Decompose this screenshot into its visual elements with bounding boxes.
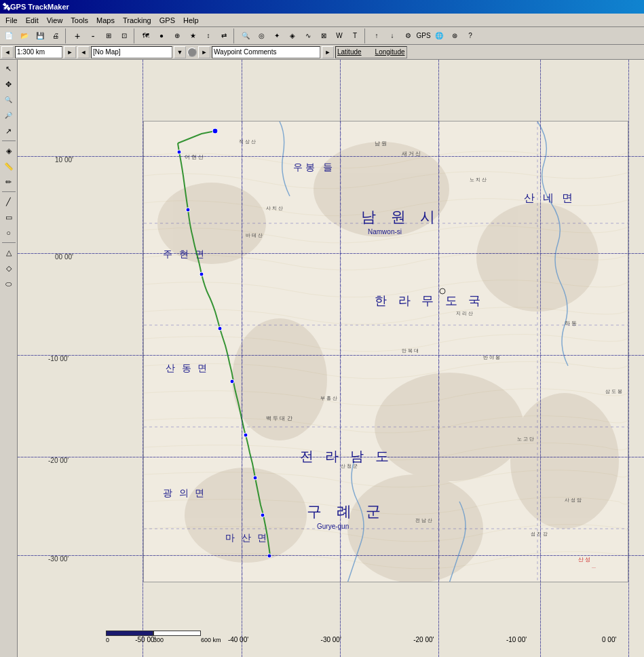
scale-up-btn[interactable]: ►: [64, 46, 76, 58]
tb5[interactable]: ↕: [201, 29, 216, 43]
topo-map[interactable]: 우봉 들 남 원 시 Namwon-si 산 네 면 주 현 면 한 라 무 도…: [143, 121, 628, 582]
scale-input[interactable]: [15, 46, 62, 58]
map-next-btn[interactable]: ▼: [174, 46, 186, 58]
scale-down-btn[interactable]: ◄: [1, 46, 14, 58]
tb18[interactable]: GPS: [416, 29, 431, 43]
svg-text:백 두 대 간: 백 두 대 간: [266, 415, 292, 421]
zoom-window-button[interactable]: ⊞: [101, 29, 116, 43]
tb13[interactable]: W: [332, 29, 347, 43]
tool-diamond[interactable]: ◇: [1, 261, 16, 276]
svg-point-7: [185, 468, 307, 563]
tb20[interactable]: ⊛: [447, 29, 462, 43]
svg-point-57: [253, 476, 257, 480]
title-icon: 🛰: [3, 3, 10, 11]
menu-maps[interactable]: Maps: [92, 15, 119, 26]
svg-text:부 흥 산: 부 흥 산: [320, 396, 337, 401]
tb9[interactable]: ✦: [269, 29, 284, 43]
svg-text:산 성: 산 성: [578, 557, 590, 563]
tool-zoom-out[interactable]: 🔎: [1, 108, 16, 123]
menu-view[interactable]: View: [43, 15, 67, 26]
svg-text:우봉 들: 우봉 들: [293, 162, 335, 172]
satellite-btn[interactable]: ●: [154, 29, 169, 43]
svg-text:남 원: 남 원: [375, 140, 387, 147]
tb12[interactable]: ⊠: [316, 29, 331, 43]
svg-point-6: [510, 393, 619, 529]
map-container[interactable]: 10 00' 00 00' -10 00' -20 00' -30 00': [18, 60, 644, 657]
coord-bot-4: -20 00': [377, 636, 470, 643]
tool-pointer[interactable]: ↗: [1, 124, 16, 138]
svg-point-55: [230, 379, 234, 383]
svg-text:Gurye-gun: Gurye-gun: [317, 523, 349, 530]
tb6[interactable]: ⇄: [216, 29, 231, 43]
menu-gps[interactable]: GPS: [155, 15, 179, 26]
waypoint-comments-input[interactable]: [212, 46, 320, 58]
menu-edit[interactable]: Edit: [22, 15, 43, 26]
new-button[interactable]: 📄: [1, 29, 16, 43]
map-name-input[interactable]: [91, 46, 172, 58]
coord-label-neg2000: -20 00': [48, 457, 69, 464]
tool-select[interactable]: ↖: [1, 61, 16, 76]
svg-text:산 동 면: 산 동 면: [166, 363, 209, 373]
tb19[interactable]: 🌐: [432, 29, 447, 43]
map-arrow-btn[interactable]: ►: [198, 46, 210, 58]
comments-btn[interactable]: ►: [322, 46, 334, 58]
map-dot-btn[interactable]: [187, 48, 197, 57]
coord-label-1000: 10 00': [55, 156, 73, 164]
tool-measure[interactable]: 📏: [1, 159, 16, 174]
map-prev-btn[interactable]: ◄: [77, 46, 90, 58]
tool-rect[interactable]: ▭: [1, 210, 16, 225]
grid-h-2: [18, 253, 644, 254]
tool-triangle[interactable]: △: [1, 245, 16, 260]
tb17[interactable]: ⚙: [400, 29, 415, 43]
tb10[interactable]: ◈: [285, 29, 300, 43]
svg-text:바 테 산: 바 테 산: [246, 233, 263, 238]
menu-help[interactable]: Help: [179, 15, 203, 26]
grid-v-4: [540, 60, 541, 657]
tb21[interactable]: ?: [463, 29, 478, 43]
save-button[interactable]: 💾: [33, 29, 48, 43]
grid-h-5: [18, 555, 644, 556]
menu-tools[interactable]: Tools: [67, 15, 92, 26]
tool-line[interactable]: ╱: [1, 194, 16, 209]
tool-zoom-in[interactable]: 🔍: [1, 92, 16, 107]
zoom-out-button[interactable]: -: [86, 29, 100, 43]
tb11[interactable]: ∿: [301, 29, 316, 43]
tb16[interactable]: ↓: [385, 29, 400, 43]
tool-hand[interactable]: ✥: [1, 77, 16, 92]
sep1: [65, 29, 68, 43]
lt-sep2: [2, 191, 16, 192]
tb4[interactable]: ★: [185, 29, 200, 43]
menu-file[interactable]: File: [1, 15, 22, 26]
svg-text:반 야 봉: 반 야 봉: [483, 355, 500, 360]
tb15[interactable]: ↑: [369, 29, 384, 43]
grid-h-4: [18, 457, 644, 457]
tb8[interactable]: ◎: [254, 29, 269, 43]
lt-sep3: [2, 242, 16, 243]
svg-point-59: [267, 554, 271, 558]
svg-text:사 성 암: 사 성 암: [565, 498, 582, 503]
print-button[interactable]: 🖨: [48, 29, 63, 43]
coord-bot-2: -40 00': [192, 636, 285, 643]
map-btn[interactable]: 🗺: [138, 29, 153, 43]
svg-text:전 라 남 도: 전 라 남 도: [300, 449, 393, 464]
zoom-fit-button[interactable]: ⊡: [117, 29, 132, 43]
svg-point-52: [186, 208, 190, 212]
svg-text:산 네 면: 산 네 면: [524, 192, 575, 204]
zoom-in-button[interactable]: +: [70, 29, 85, 43]
grid-v-2: [340, 60, 341, 657]
tool-waypoint[interactable]: ◈: [1, 143, 16, 158]
menu-tracking[interactable]: Tracking: [119, 15, 155, 26]
svg-text:전 남 산: 전 남 산: [415, 518, 432, 523]
tb3[interactable]: ⊕: [170, 29, 185, 43]
secondary-toolbar: ◄ ► ◄ ▼ ► ► Latitude Longitude: [0, 45, 644, 60]
left-toolbar: ↖ ✥ 🔍 🔎 ↗ ◈ 📏 ✏ ╱ ▭ ○ △ ◇ ⬭: [0, 60, 18, 657]
tb7[interactable]: 🔍: [238, 29, 253, 43]
tool-edit[interactable]: ✏: [1, 174, 16, 189]
open-button[interactable]: 📂: [17, 29, 32, 43]
tool-circle[interactable]: ○: [1, 225, 16, 240]
tb14[interactable]: T: [347, 29, 362, 43]
scale-seg-0: [106, 631, 153, 636]
grid-v-3: [438, 60, 439, 657]
tool-ellipse[interactable]: ⬭: [1, 276, 16, 291]
svg-point-4: [232, 318, 327, 440]
